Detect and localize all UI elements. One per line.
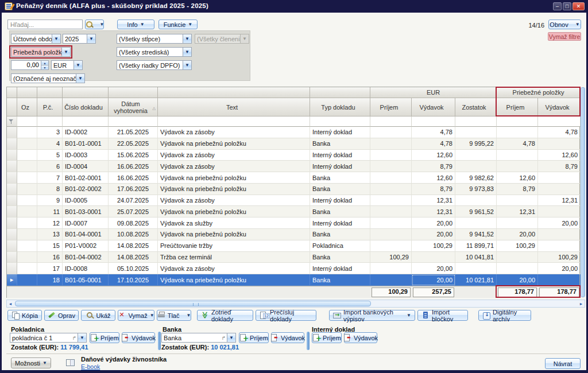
banka-vydavok-button[interactable]: Výdavok (271, 332, 304, 343)
column-header-pc[interactable]: P.č. (37, 98, 63, 116)
priebezna-polozka-combo[interactable]: Priebežná položka▼ (11, 47, 71, 57)
horizontal-scrollbar[interactable]: ◄ ► (6, 300, 585, 308)
table-row[interactable]: 13B01-04-000110.08.2025Výdavok na priebe… (7, 229, 579, 240)
toolbar: KópiaOpravUkážVymaž▼Tlač▼Zotrieď doklady… (2, 310, 588, 321)
filter-cell-pp_vydavok[interactable] (538, 116, 581, 127)
pokladnica-prijem-button[interactable]: Príjem (90, 332, 119, 343)
cell-datum: 14.08.2025 (109, 252, 158, 263)
navrat-button[interactable]: Návrat (545, 358, 581, 369)
cell-oz (17, 229, 37, 240)
filter-cell-typ[interactable] (310, 116, 370, 127)
spin-up-icon[interactable]: ▲ (41, 61, 48, 65)
filter-cell-oz[interactable] (17, 116, 37, 127)
column-header-oz[interactable]: Oz (17, 98, 37, 116)
filter-cell-datum[interactable] (109, 116, 158, 127)
column-header-pp_prijem[interactable]: Príjem (497, 98, 538, 116)
search-input[interactable]: Hľadaj... (7, 20, 83, 29)
scroll-right-icon[interactable]: ► (578, 301, 585, 306)
filter-cell-pc[interactable] (37, 116, 63, 127)
zotried-button[interactable]: Zotrieď doklady (197, 310, 253, 321)
marked-combo[interactable]: (Označené aj neoznačené)▼ (11, 73, 85, 83)
filter-type-combo[interactable]: Účtovné obdobie▼ (11, 34, 61, 44)
banka-combo[interactable]: Banka ↱ ▼ (161, 333, 236, 343)
table-row[interactable]: ▸18B01-05-000117.10.2025Výdavok na prieb… (7, 274, 579, 286)
column-header-ind[interactable] (7, 98, 17, 116)
pokladnica-vydavok-button[interactable]: Výdavok (122, 332, 155, 343)
amount-stepper[interactable]: 0,00 ▲▼ (11, 60, 49, 70)
vertical-scrollbar[interactable] (581, 87, 585, 297)
table-row[interactable]: 15P01-V000214.08.2025Preúčtovanie tržbyP… (7, 240, 579, 252)
cell-oz (17, 217, 37, 229)
close-button[interactable]: ✕ (572, 2, 585, 10)
filter-cell-cislo[interactable] (63, 116, 109, 127)
dpfo-combo[interactable]: (Všetky riadky DPFO)▼ (117, 60, 192, 70)
cell-ind (7, 206, 17, 217)
view-icon (86, 312, 94, 319)
table-row[interactable]: 7B01-02-000116.06.2025Výdavok na priebež… (7, 172, 579, 184)
filter-cell-prijem[interactable] (370, 116, 412, 127)
scroll-left-icon[interactable]: ◄ (7, 301, 14, 306)
import-vypisy-button[interactable]: Import bankových výpisov▼ (329, 310, 415, 321)
column-header-datum[interactable]: Dátum vyhotovenia△ (109, 98, 158, 116)
cell-typ: Pokladnica (310, 240, 370, 252)
table-row[interactable]: 9ID-000524.07.2025Výdavok za zásobyInter… (7, 195, 579, 207)
group-header-priebezne-polozky[interactable]: Priebežné položky (497, 87, 581, 98)
import-blocky-button[interactable]: Import bločkov (417, 310, 468, 321)
scrollbar-thumb[interactable] (15, 301, 371, 306)
refresh-button[interactable]: Obnov▼ (548, 20, 581, 29)
interny-vydavok-button[interactable]: Výdavok (344, 332, 377, 343)
columns-combo[interactable]: (Všetky stĺpce)▼ (117, 34, 192, 44)
filter-cell-pp_prijem[interactable] (497, 116, 538, 127)
column-header-vydavok[interactable]: Výdavok (412, 98, 455, 116)
spin-down-icon[interactable]: ▼ (41, 65, 48, 69)
filter-cell-zostatok[interactable] (455, 116, 497, 127)
ukaz-button[interactable]: Ukáž (81, 310, 115, 321)
minimize-button[interactable]: – (553, 2, 562, 10)
open-detail-icon[interactable]: ↱ (72, 335, 78, 341)
column-header-zostatok[interactable]: Zostatok (455, 98, 497, 116)
oprav-button[interactable]: Oprav (44, 310, 79, 321)
interny-prijem-button[interactable]: Príjem (312, 332, 342, 343)
column-header-typ[interactable]: Typ dokladu (310, 98, 370, 116)
pokladnica-combo[interactable]: pokladnica č 1 ↱ ▼ (10, 333, 87, 343)
funkcie-button[interactable]: Funkcie▼ (158, 20, 198, 29)
cell-cislo: ID-0004 (63, 161, 109, 172)
clear-filters-button[interactable]: Vymaž filtre (548, 32, 581, 41)
banka-prijem-button[interactable]: Príjem (239, 332, 269, 343)
group-header-blank (7, 87, 17, 98)
year-combo[interactable]: 2025▼ (63, 34, 96, 44)
maximize-button[interactable]: □ (563, 2, 571, 10)
window-title: Peňažný denník (ALFA plus - skúšobný prí… (16, 2, 208, 9)
open-detail-icon[interactable]: ↱ (221, 335, 227, 341)
group-header-eur[interactable]: EUR (370, 87, 497, 98)
filter-cell-text[interactable] (158, 116, 310, 127)
archiv-button[interactable]: Digitálny archív (478, 310, 531, 321)
column-header-prijem[interactable]: Príjem (370, 98, 412, 116)
cell-oz (17, 161, 37, 172)
table-row[interactable]: 8B01-02-000217.06.2025Výdavok na priebež… (7, 184, 579, 195)
currency-combo[interactable]: EUR▼ (51, 60, 83, 70)
cell-cislo: B01-02-0002 (63, 184, 109, 195)
table-row[interactable]: 5ID-000315.06.2025Výdavok za zásobyInter… (7, 150, 579, 161)
info-button[interactable]: Info▼ (117, 20, 154, 29)
ebook-link[interactable]: E-book (81, 363, 100, 370)
table-row[interactable]: 6ID-000416.06.2025Výdavok za zásobyInter… (7, 161, 579, 172)
column-header-text[interactable]: Text (158, 98, 310, 116)
moznosti-button[interactable]: Možnosti▼ (11, 358, 51, 368)
search-button[interactable]: ▼ (85, 20, 104, 29)
kopia-button[interactable]: Kópia (7, 310, 42, 321)
filter-cell-ind[interactable] (7, 116, 17, 127)
table-row[interactable]: 16B01-04-000214.08.2025Tržba cez terminá… (7, 252, 579, 263)
table-row[interactable]: 3ID-000221.05.2025Výdavok za zásobyInter… (7, 127, 579, 138)
column-header-cislo[interactable]: Číslo dokladu (63, 98, 109, 116)
table-row[interactable]: 4B01-01-000122.05.2025Výdavok na priebež… (7, 138, 579, 150)
precisluj-button[interactable]: Prečísluj doklady (256, 310, 316, 321)
tlac-button[interactable]: Tlač▼ (157, 310, 191, 321)
vymaz-button[interactable]: Vymaž▼ (118, 310, 154, 321)
filter-cell-vydavok[interactable] (412, 116, 455, 127)
strediska-combo[interactable]: (Všetky strediská)▼ (117, 47, 192, 57)
table-row[interactable]: 17ID-000805.10.2025Výdavok za zásobyInte… (7, 263, 579, 274)
column-header-pp_vydavok[interactable]: Výdavok (538, 98, 581, 116)
table-row[interactable]: 11B01-03-000125.07.2025Výdavok na priebe… (7, 206, 579, 217)
table-row[interactable]: 12ID-000709.08.2025Výdavok za službyInte… (7, 217, 579, 229)
